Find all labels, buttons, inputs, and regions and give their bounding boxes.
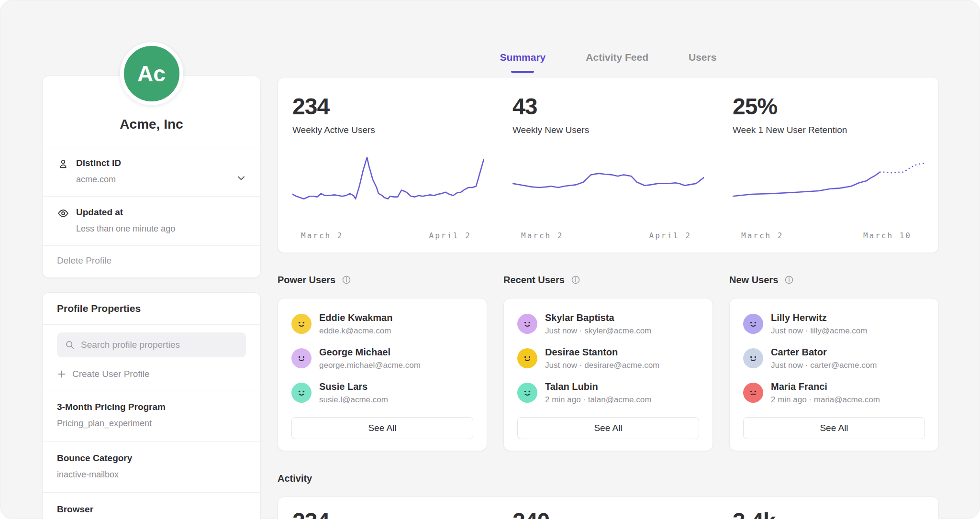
tab-label: Users [689,52,716,63]
user-text: Maria Franci 2 min ago · maria@acme.com [771,381,880,405]
plus-icon [57,369,67,379]
user-meta: george.michael@acme.com [319,361,421,370]
distinct-id-row[interactable]: Distinct ID acme.com [43,147,260,196]
main-content: Summary Activity Feed Users 234 Weekly A… [278,0,939,519]
stat-label: Week 1 New User Retention [733,124,924,135]
property-item: 3-Month Pricing Program Pricing_plan_exp… [43,390,260,441]
user-name: Talan Lubin [545,381,651,392]
property-label: Browser [57,504,246,515]
company-avatar-initials: Ac [137,61,166,87]
user-text: Carter Bator Just now · carter@acme.com [771,346,877,370]
user-row[interactable]: Skylar Baptista Just now · skyler@acme.c… [517,312,699,336]
tab-label: Activity Feed [586,52,648,63]
user-meta: Just now · carter@acme.com [771,361,877,370]
x-axis-ticks: March 2 April 2 [512,231,704,240]
user-row[interactable]: Carter Bator Just now · carter@acme.com [743,346,925,370]
user-name: Maria Franci [771,381,880,392]
field-label: Distinct ID [76,158,121,168]
user-avatar [291,348,312,368]
field-text: Updated at Less than one minute ago [76,207,175,234]
section-title: Recent Users [503,274,565,286]
user-row[interactable]: Eddie Kwakman eddie.k@acme.com [291,312,473,336]
stat-value: 234 [292,94,484,120]
stat-value: 43 [512,94,704,120]
search-input[interactable] [81,340,238,350]
field-value: Less than one minute ago [76,223,175,234]
tick-label: March 2 [741,231,783,240]
new-users-card: Lilly Herwitz Just now · lilly@acme.com … [729,298,939,451]
user-row[interactable]: Susie Lars susie.l@acme.com [291,381,473,405]
delete-profile-button[interactable]: Delete Profile [43,246,260,277]
field-value: acme.com [76,174,121,185]
see-all-button[interactable]: See All [743,417,925,439]
power-users-header: Power Users [278,274,487,286]
user-avatar [517,383,537,403]
user-name: Lilly Herwitz [771,312,867,323]
tick-label: April 2 [429,231,471,240]
profile-summary-card: Acme, Inc Distinct ID acme.com [42,76,261,278]
search-icon [65,340,75,350]
doodle-face-icon [520,317,535,331]
tick-label: March 10 [863,231,912,240]
chevron-down-icon[interactable] [235,172,247,184]
summary-stats-card: 234 Weekly Active Users March 2 April 2 … [278,77,939,253]
user-meta: eddie.k@acme.com [319,326,392,336]
eye-icon [57,207,69,220]
doodle-face-icon [746,386,760,400]
tab-activity-feed[interactable]: Activity Feed [586,52,648,72]
see-all-button[interactable]: See All [291,417,473,439]
property-label: Bounce Category [57,453,246,464]
user-row[interactable]: Maria Franci 2 min ago · maria@acme.com [743,381,925,405]
user-meta: Just now · lilly@acme.com [771,326,867,336]
power-users-column: Power Users Eddie Kwakman eddie.k@acme.c… [278,274,487,451]
user-text: Susie Lars susie.l@acme.com [319,381,388,405]
tab-bar: Summary Activity Feed Users [278,0,939,72]
profile-properties-title: Profile Properties [43,293,260,324]
property-label: 3-Month Pricing Program [57,402,246,412]
recent-users-header: Recent Users [503,274,713,286]
activity-stat: 234 [278,508,498,519]
active-tab-underline [511,71,534,73]
create-user-profile-label: Create User Profile [72,369,150,379]
info-icon[interactable] [570,275,581,285]
user-row[interactable]: Lilly Herwitz Just now · lilly@acme.com [743,312,925,336]
tab-summary[interactable]: Summary [500,52,546,72]
activity-stat-value: 234 [292,508,484,519]
profile-properties-body: Create User Profile [43,325,260,390]
user-avatar [743,314,763,334]
user-text: Desirae Stanton Just now · desirare@acme… [545,346,659,370]
user-row[interactable]: Talan Lubin 2 min ago · talan@acme.com [517,381,699,405]
tick-label: April 2 [649,231,691,240]
activity-stat: 240 [498,508,718,519]
x-axis-ticks: March 2 March 10 [733,231,924,240]
tab-label: Summary [500,52,546,63]
new-users-column: New Users Lilly Herwitz Just now · lilly… [729,274,939,451]
tick-label: March 2 [301,231,343,240]
user-avatar [517,348,537,368]
user-name: Eddie Kwakman [319,312,392,323]
user-avatar [743,348,763,368]
search-box[interactable] [57,332,246,357]
property-value: inactive-mailbox [57,469,246,480]
info-icon[interactable] [341,275,352,285]
stat-weekly-active-users: 234 Weekly Active Users March 2 April 2 [278,94,498,240]
x-axis-ticks: March 2 April 2 [292,231,484,240]
user-name: Susie Lars [319,381,388,392]
doodle-face-icon [520,351,535,365]
user-text: Talan Lubin 2 min ago · talan@acme.com [545,381,651,405]
recent-users-card: Skylar Baptista Just now · skyler@acme.c… [503,298,713,451]
user-name: Skylar Baptista [545,312,651,323]
activity-stat: 3.4k [718,508,938,519]
doodle-face-icon [520,386,535,400]
create-user-profile-button[interactable]: Create User Profile [57,369,246,379]
profile-dashboard: Ac Acme, Inc Distinct ID acme.com [0,0,980,519]
user-name: Carter Bator [771,346,877,358]
user-meta: 2 min ago · maria@acme.com [771,395,880,405]
doodle-face-icon [746,317,760,331]
person-icon [57,158,69,170]
see-all-button[interactable]: See All [517,417,699,439]
info-icon[interactable] [784,275,794,285]
tab-users[interactable]: Users [689,52,716,72]
user-row[interactable]: George Michael george.michael@acme.com [291,346,473,370]
user-row[interactable]: Desirae Stanton Just now · desirare@acme… [517,346,699,370]
